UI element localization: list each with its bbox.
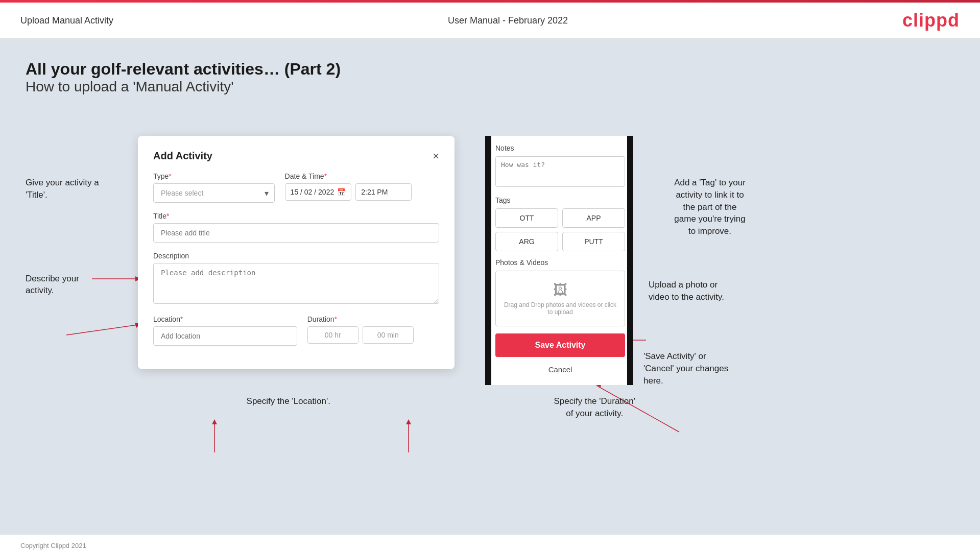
photo-upload-area[interactable]: 🖼 Drag and Drop photos and videos or cli… (495, 271, 625, 326)
duration-annotation: Specify the 'Duration'of your activity. (538, 395, 651, 420)
desc-annotation: Describe youractivity. (26, 273, 123, 297)
photos-section-label: Photos & Videos (495, 258, 625, 267)
notes-section-label: Notes (495, 144, 625, 152)
photo-annotation: Upload a photo orvideo to the activity. (649, 279, 751, 303)
tags-grid: OTT APP ARG PUTT (495, 208, 625, 251)
svg-marker-11 (406, 419, 411, 424)
datetime-label: Date & Time* (285, 172, 439, 180)
title-form-label: Title* (153, 212, 439, 220)
location-form-label: Location* (153, 315, 297, 323)
copyright: Copyright Clippd 2021 (20, 542, 86, 549)
heading-title: All your golf-relevant activities… (Part… (26, 60, 954, 79)
type-label: Type* (153, 172, 275, 180)
save-annotation: 'Save Activity' or'Cancel' your changesh… (643, 350, 756, 387)
close-button[interactable]: × (433, 151, 439, 162)
tags-section-label: Tags (495, 196, 625, 204)
duration-form-label: Duration* (307, 315, 439, 323)
duration-min-input[interactable] (363, 326, 414, 344)
bottom-annotations: Specify the 'Location'. Specify the 'Dur… (26, 395, 954, 420)
right-panel-area: Upload a photo orvideo to the activity. … (485, 136, 740, 385)
cancel-button[interactable]: Cancel (495, 362, 625, 377)
page-title: Upload Manual Activity (20, 15, 113, 26)
logo: clippd (902, 10, 960, 31)
tag-arg[interactable]: ARG (495, 232, 558, 251)
date-input[interactable]: 15 / 02 / 2022 📅 (285, 183, 352, 201)
title-input[interactable] (153, 223, 439, 243)
description-form-label: Description (153, 252, 439, 260)
notes-textarea[interactable] (495, 156, 625, 187)
location-input[interactable] (153, 326, 297, 346)
duration-hr-input[interactable] (307, 326, 358, 344)
phone-container: Notes Tags OTT APP ARG PUTT Photos & Vid… (485, 136, 633, 385)
date-value: 15 / 02 / 2022 (291, 188, 334, 196)
location-annotation: Specify the 'Location'. (237, 395, 340, 420)
title-annotation: Give your activity a'Title'. (26, 177, 123, 201)
footer: Copyright Clippd 2021 (0, 535, 980, 551)
heading-subtitle: How to upload a 'Manual Activity' (26, 79, 954, 95)
svg-marker-9 (212, 419, 217, 424)
modal-title: Add Activity (153, 150, 212, 162)
time-input[interactable] (355, 183, 412, 201)
photo-hint: Drag and Drop photos and videos or click… (501, 301, 619, 316)
photo-icon: 🖼 (501, 281, 619, 298)
left-annotations: Give your activity a'Title'. Describe yo… (26, 136, 138, 297)
description-textarea[interactable] (153, 263, 439, 304)
tag-ott[interactable]: OTT (495, 208, 558, 228)
main-content: All your golf-relevant activities… (Part… (0, 39, 980, 535)
tag-putt[interactable]: PUTT (562, 232, 625, 251)
type-select[interactable]: Please select (153, 183, 275, 203)
calendar-icon: 📅 (337, 188, 346, 196)
tag-app[interactable]: APP (562, 208, 625, 228)
add-activity-modal: Add Activity × Type* Please select (138, 136, 455, 369)
save-activity-button[interactable]: Save Activity (495, 333, 625, 357)
manual-title: User Manual - February 2022 (448, 15, 568, 26)
